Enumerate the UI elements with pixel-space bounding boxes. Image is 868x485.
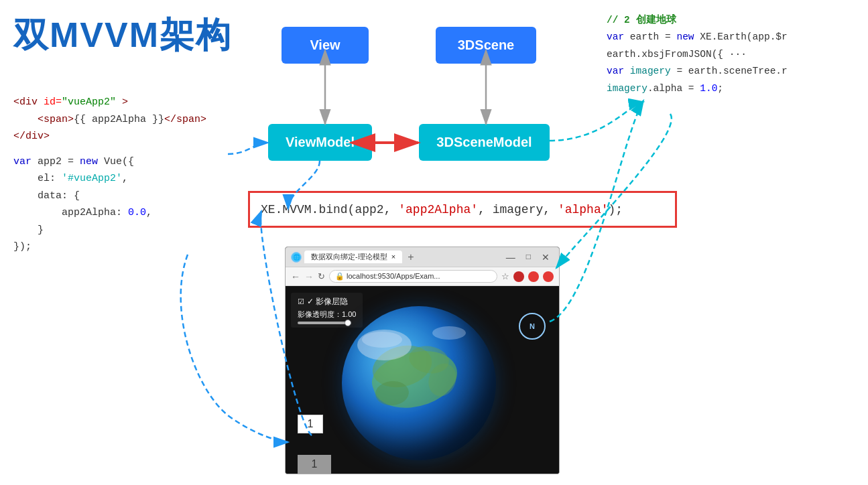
browser-urlbar[interactable]: 🔒 localhost:9530/Apps/Exam... <box>329 270 497 283</box>
left-code-line10: }); <box>13 238 206 256</box>
right-code-line4: imagery.alpha = 1.0; <box>607 80 855 97</box>
page-title: 双MVVM架构 <box>13 12 232 59</box>
left-code-line7: data: { <box>13 188 206 205</box>
main-container: 双MVVM架构 <div id="vueApp2" > <span>{{ app… <box>0 0 868 485</box>
right-code-line2: earth.xbsjFromJSON({ ··· <box>607 46 855 63</box>
3dscene-box: 3DScene <box>436 27 536 64</box>
globe-container <box>342 306 503 467</box>
view-box: View <box>282 27 369 64</box>
left-code-line1: <div id="vueApp2" > <box>13 94 206 111</box>
scenemodel-rightcode-arrow <box>550 102 643 141</box>
left-code-line2: <span>{{ app2Alpha }}</span> <box>13 111 206 129</box>
leftcode-viewmodel-arrow <box>228 143 268 154</box>
right-code-line1: var earth = new XE.Earth(app.$r <box>607 29 855 46</box>
left-code-line9: } <box>13 222 206 239</box>
bind-code-text: XE.MVVM.bind(app2, 'app2Alpha', imagery,… <box>261 203 623 216</box>
globe <box>342 306 496 460</box>
left-code-block: <div id="vueApp2" > <span>{{ app2Alpha }… <box>13 94 206 256</box>
svg-point-4 <box>362 332 402 348</box>
3dscenemodel-box: 3DSceneModel <box>419 124 550 161</box>
num-box-1: 1 <box>298 415 323 433</box>
right-code-block: // 2 创建地球 var earth = new XE.Earth(app.$… <box>607 12 855 97</box>
num-box-2: 1 <box>298 455 331 474</box>
browser-tab: 数据双向绑定-理论模型 × <box>304 251 402 263</box>
right-code-comment: // 2 创建地球 <box>607 12 855 29</box>
browser-titlebar: 🌐 数据双向绑定-理论模型 × + — □ ✕ <box>286 247 559 267</box>
left-code-line5: var app2 = new Vue({ <box>13 153 206 171</box>
left-code-line8: app2Alpha: 0.0, <box>13 204 206 222</box>
left-code-line3: </div> <box>13 128 206 145</box>
bind-code-box: XE.MVVM.bind(app2, 'app2Alpha', imagery,… <box>248 191 677 228</box>
browser-controls: — □ ✕ <box>502 252 554 263</box>
compass: N <box>519 313 546 340</box>
viewmodel-box: ViewModel <box>268 124 372 161</box>
browser-window: 🌐 数据双向绑定-理论模型 × + — □ ✕ ← → ↻ 🔒 localhos… <box>285 247 560 474</box>
svg-point-5 <box>432 326 466 340</box>
browser-toolbar: ← → ↻ 🔒 localhost:9530/Apps/Exam... ☆ <box>286 267 559 286</box>
right-code-line3: var imagery = earth.sceneTree.r <box>607 63 855 80</box>
main-loop-arrow-left <box>181 255 288 442</box>
left-code-line6: el: '#vueApp2', <box>13 170 206 188</box>
globe-svg <box>342 306 496 460</box>
browser-content: N ☑ ✓ 影像层隐 影像透明度：1.00 <box>286 286 559 474</box>
